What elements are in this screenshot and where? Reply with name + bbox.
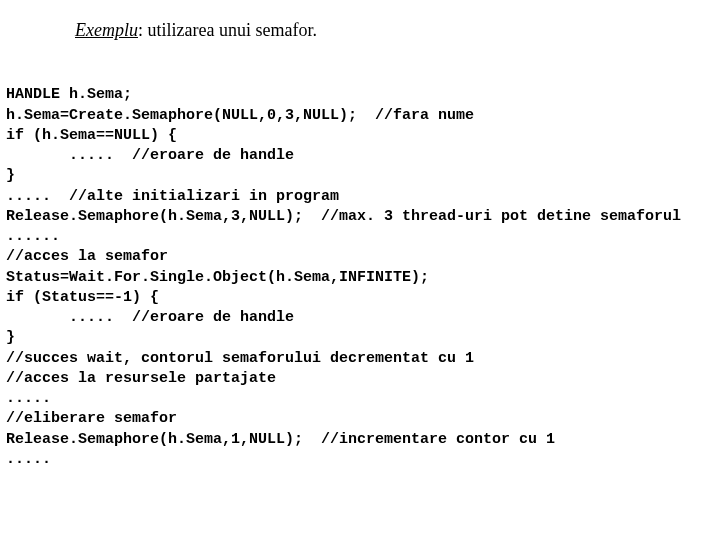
code-line: //acces la semafor (6, 248, 168, 265)
code-line: HANDLE h.Sema; (6, 86, 132, 103)
code-line: h.Sema=Create.Semaphore(NULL,0,3,NULL); … (6, 107, 474, 124)
example-heading: Exemplu: utilizarea unui semafor. (75, 20, 720, 41)
code-line: Status=Wait.For.Single.Object(h.Sema,INF… (6, 269, 429, 286)
code-line: ..... //alte initializari in program (6, 188, 339, 205)
code-line: } (6, 167, 15, 184)
code-line: Release.Semaphore(h.Sema,3,NULL); //max.… (6, 208, 681, 225)
code-line: ..... (6, 390, 51, 407)
code-line: //eliberare semafor (6, 410, 177, 427)
code-line: //acces la resursele partajate (6, 370, 276, 387)
heading-italic: Exemplu (75, 20, 138, 40)
code-line: if (Status==-1) { (6, 289, 159, 306)
code-line: ..... (6, 451, 51, 468)
code-block: HANDLE h.Sema; h.Sema=Create.Semaphore(N… (6, 65, 720, 470)
code-line: if (h.Sema==NULL) { (6, 127, 177, 144)
code-line: //succes wait, contorul semaforului decr… (6, 350, 474, 367)
code-line: } (6, 329, 15, 346)
code-line: ..... //eroare de handle (6, 309, 294, 326)
code-line: ...... (6, 228, 60, 245)
heading-rest: : utilizarea unui semafor. (138, 20, 317, 40)
code-line: Release.Semaphore(h.Sema,1,NULL); //incr… (6, 431, 555, 448)
code-line: ..... //eroare de handle (6, 147, 294, 164)
